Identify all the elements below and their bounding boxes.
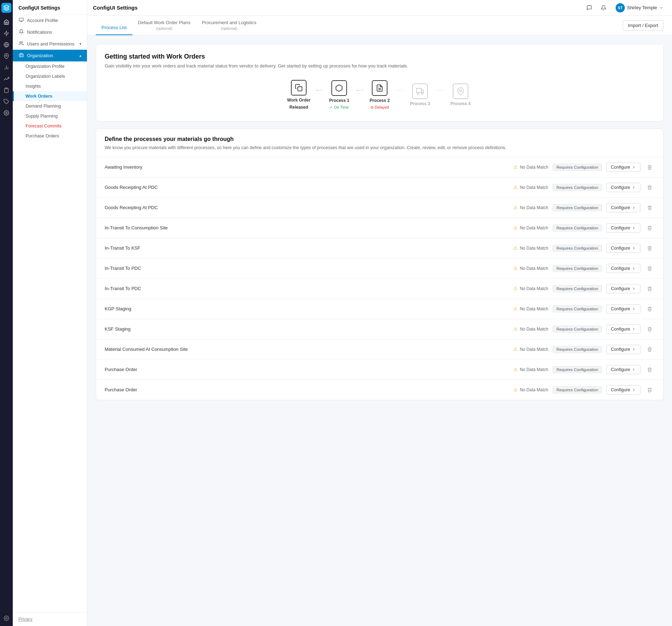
sidebar-item-account-profile[interactable]: Account Profile [13, 15, 87, 26]
delete-button-5[interactable] [645, 263, 655, 273]
requires-config-badge-7: Requires Configuration [552, 305, 602, 312]
page-title: ConfigUI Settings [93, 5, 138, 11]
import-export-label: Import / Export [628, 23, 658, 28]
rail-chart-icon[interactable] [1, 62, 11, 72]
demand-planning-label: Demand Planning [26, 104, 61, 109]
warning-icon-8: ⚠ [513, 326, 518, 332]
no-data-text-3: No Data Match [520, 225, 548, 230]
rail-settings-icon[interactable] [1, 108, 11, 118]
process-label-1: Process 1 [329, 98, 349, 103]
configure-label-3: Configure [611, 225, 630, 230]
no-data-match-7: ⚠ No Data Match [513, 306, 548, 311]
tab-process-list-label: Process List [101, 25, 127, 30]
configure-button-9[interactable]: Configure [606, 345, 640, 354]
delete-button-11[interactable] [645, 385, 655, 395]
requires-config-badge-10: Requires Configuration [552, 366, 602, 373]
sidebar-item-notifications[interactable]: Notifications [13, 26, 87, 38]
configure-label-7: Configure [611, 306, 630, 311]
bell-icon-button[interactable] [599, 3, 608, 13]
sidebar-item-organization[interactable]: Organization ▴ [13, 50, 87, 61]
rail-lightning-icon[interactable] [1, 28, 11, 38]
configure-button-3[interactable]: Configure [606, 223, 640, 233]
sidebar-child-org-profile[interactable]: Organization Profile [13, 61, 87, 71]
rail-clipboard-icon[interactable] [1, 85, 11, 95]
user-badge[interactable]: ST Shirley Temple [613, 2, 666, 14]
delete-button-3[interactable] [645, 223, 655, 233]
no-data-match-1: ⚠ No Data Match [513, 185, 548, 190]
configure-button-11[interactable]: Configure [606, 385, 640, 394]
delete-button-7[interactable] [645, 304, 655, 314]
svg-point-14 [20, 42, 22, 43]
delete-button-1[interactable] [645, 183, 655, 192]
process-icon-4 [453, 83, 468, 99]
process-arrow-4: - - - - → [436, 88, 445, 102]
configure-button-5[interactable]: Configure [606, 264, 640, 273]
process-item-name-10: Purchase Order [105, 367, 509, 372]
tab-default-work-order[interactable]: Default Work Order Plans (optional) [132, 16, 196, 35]
configure-button-8[interactable]: Configure [606, 325, 640, 334]
rail-settings-bottom-icon[interactable] [1, 613, 11, 623]
sidebar-child-demand-planning[interactable]: Demand Planning [13, 101, 87, 111]
configure-chevron-3 [632, 226, 636, 230]
rail-tag-icon[interactable] [1, 97, 11, 107]
process-item-name-9: Material Consumed At Consumption Site [105, 347, 509, 352]
configure-button-2[interactable]: Configure [606, 203, 640, 212]
tab-procurement[interactable]: Procurement and Logistics (optional) [196, 16, 262, 35]
configure-label-5: Configure [611, 266, 630, 271]
no-data-match-2: ⚠ No Data Match [513, 205, 548, 210]
configure-button-7[interactable]: Configure [606, 304, 640, 314]
no-data-match-4: ⚠ No Data Match [513, 245, 548, 251]
delete-icon-0 [647, 165, 652, 170]
process-item-name-7: KGP Staging [105, 306, 509, 311]
configure-button-10[interactable]: Configure [606, 365, 640, 374]
process-1-status-icon: ✓ [330, 105, 333, 110]
app-logo[interactable] [1, 3, 11, 13]
configure-button-0[interactable]: Configure [606, 163, 640, 172]
sidebar-child-work-orders[interactable]: Work Orders [13, 91, 87, 101]
rail-trending-icon[interactable] [1, 74, 11, 84]
delete-button-9[interactable] [645, 344, 655, 354]
configure-button-6[interactable]: Configure [606, 284, 640, 293]
privacy-label[interactable]: Privacy [18, 617, 32, 622]
sidebar-child-insights[interactable]: Insights [13, 81, 87, 91]
delete-button-4[interactable] [645, 243, 655, 253]
delete-button-2[interactable] [645, 203, 655, 213]
no-data-match-5: ⚠ No Data Match [513, 266, 548, 271]
chat-icon-button[interactable] [584, 3, 594, 13]
user-name: Shirley Temple [627, 5, 657, 10]
sidebar-child-purchase-orders[interactable]: Purchase Orders [13, 131, 87, 141]
sidebar-child-forecast-commits[interactable]: Forecast Commits [13, 121, 87, 131]
delete-button-6[interactable] [645, 284, 655, 294]
process-label-4: Process 4 [450, 101, 470, 106]
process-icon-2 [372, 80, 387, 96]
sidebar-item-users-permissions[interactable]: Users and Permissions ▾ [13, 38, 87, 50]
process-1-status-text: On Time [334, 105, 349, 109]
process-icon-1 [331, 80, 347, 96]
organization-children: Organization Profile Organization Labels… [13, 61, 87, 141]
configure-label-9: Configure [611, 347, 630, 352]
sidebar-child-supply-planning[interactable]: Supply Planning [13, 111, 87, 121]
rail-home-icon[interactable] [1, 17, 11, 27]
process-step-3: Process 3 [404, 83, 436, 106]
user-avatar: ST [616, 3, 625, 12]
process-list-item: In-Transit To PDC ⚠ No Data Match Requir… [96, 258, 663, 279]
no-data-text-11: No Data Match [520, 387, 548, 392]
process-item-name-3: In-Transit To Consumption Site [105, 225, 509, 230]
configure-button-1[interactable]: Configure [606, 183, 640, 192]
process-item-name-2: Goods Receipting At PDC [105, 205, 509, 210]
configure-chevron-5 [632, 266, 636, 271]
delete-button-0[interactable] [645, 162, 655, 172]
import-export-button[interactable]: Import / Export [623, 20, 663, 31]
rail-globe-icon[interactable] [1, 40, 11, 50]
configure-button-4[interactable]: Configure [606, 244, 640, 253]
svg-point-21 [417, 93, 419, 94]
rail-pin-icon[interactable] [1, 51, 11, 61]
sidebar: ConfigUI Settings Account Profile Notifi… [13, 0, 87, 626]
tab-process-list[interactable]: Process List [96, 21, 132, 35]
delete-button-8[interactable] [645, 324, 655, 334]
sidebar-child-org-labels[interactable]: Organization Labels [13, 71, 87, 81]
delete-button-10[interactable] [645, 365, 655, 375]
process-item-name-1: Goods Receipting At PDC [105, 185, 509, 190]
delete-icon-5 [647, 266, 652, 271]
requires-config-badge-3: Requires Configuration [552, 224, 602, 232]
